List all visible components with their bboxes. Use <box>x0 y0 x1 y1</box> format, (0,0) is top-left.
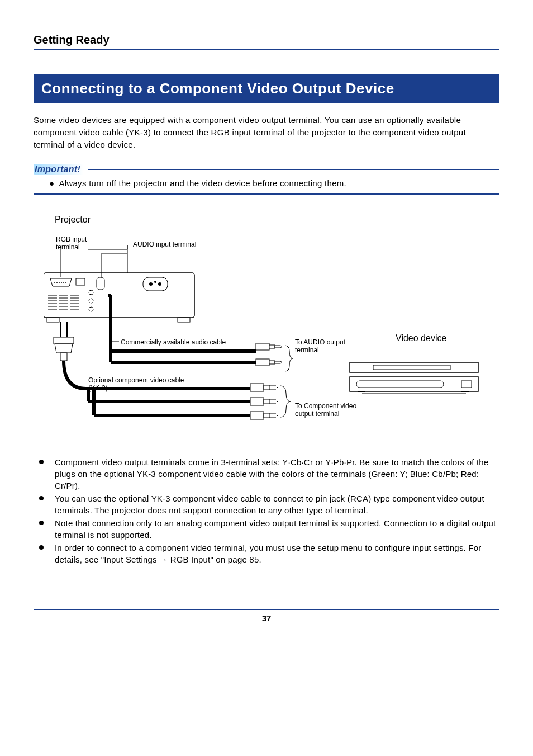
svg-rect-71 <box>461 381 472 388</box>
svg-point-24 <box>54 282 55 283</box>
svg-rect-51 <box>256 343 269 350</box>
svg-rect-5 <box>178 318 190 322</box>
bullet-list: Component video output terminals come in… <box>34 456 499 565</box>
audio-input-label: AUDIO input terminal <box>133 240 196 248</box>
important-block: Important! ● Always turn off the project… <box>34 164 499 195</box>
intro-paragraph: Some video devices are equipped with a c… <box>34 114 499 150</box>
svg-point-32 <box>89 299 93 303</box>
bullet-text: In order to connect to a component video… <box>55 542 499 565</box>
to-audio-line2: terminal <box>295 346 319 354</box>
component-plug-2 <box>250 398 278 405</box>
important-bullet-text: Always turn off the projector and the vi… <box>59 178 346 188</box>
to-audio-line1: To AUDIO output <box>295 338 346 346</box>
svg-rect-65 <box>250 412 264 419</box>
bullet-icon <box>39 545 44 550</box>
bullet-text: Note that connection only to an analog c… <box>55 517 499 541</box>
svg-point-28 <box>63 282 64 283</box>
svg-point-31 <box>89 290 93 295</box>
svg-rect-64 <box>264 399 269 404</box>
svg-point-37 <box>154 281 156 283</box>
svg-rect-30 <box>76 278 85 285</box>
list-item: Component video output terminals come in… <box>34 456 499 492</box>
svg-rect-47 <box>60 353 67 361</box>
svg-point-38 <box>158 282 161 286</box>
bullet-icon <box>39 460 44 464</box>
list-item: You can use the optional YK-3 component … <box>34 493 499 516</box>
svg-rect-55 <box>269 361 275 364</box>
page-title: Connecting to a Component Video Output D… <box>34 74 499 103</box>
audio-cable-label: Commercially available audio cable <box>121 338 226 346</box>
svg-rect-46 <box>54 337 74 344</box>
svg-point-33 <box>89 307 93 311</box>
svg-rect-62 <box>264 385 269 390</box>
audio-plug-2 <box>256 359 282 366</box>
bullet-icon: ● <box>49 178 54 188</box>
vga-plug <box>54 337 74 361</box>
svg-point-29 <box>65 282 66 283</box>
svg-rect-70 <box>356 381 444 388</box>
component-cable-line1: Optional component video cable <box>88 376 184 384</box>
svg-point-36 <box>149 282 153 286</box>
svg-rect-4 <box>47 318 59 322</box>
svg-rect-52 <box>269 345 275 348</box>
svg-rect-61 <box>250 384 264 391</box>
projector-title-text: Projector <box>55 215 91 224</box>
svg-rect-66 <box>264 413 269 418</box>
important-bullet-row: ● Always turn off the projector and the … <box>49 178 499 188</box>
component-plug-3 <box>250 412 278 419</box>
to-component-line2: output terminal <box>295 410 339 418</box>
projector-back-panel <box>44 249 194 322</box>
section-header: Getting Ready <box>34 34 499 50</box>
svg-rect-63 <box>250 398 264 405</box>
svg-point-25 <box>56 282 58 283</box>
list-item: In order to connect to a component video… <box>34 542 499 565</box>
component-plug-1 <box>250 384 278 391</box>
svg-point-26 <box>59 282 60 283</box>
important-rule <box>88 169 499 170</box>
svg-rect-68 <box>373 365 450 370</box>
page-number: 37 <box>34 609 499 623</box>
video-device-body <box>350 362 478 394</box>
connection-diagram: Projector RGB input terminal AUDIO input… <box>44 211 499 432</box>
list-item: Note that connection only to an analog c… <box>34 517 499 541</box>
component-cable-line2: (YK-3) <box>88 384 108 392</box>
bullet-icon <box>39 496 44 500</box>
to-component-line1: To Component video <box>295 402 356 410</box>
bullet-text: Component video output terminals come in… <box>55 456 499 492</box>
svg-point-27 <box>61 282 62 283</box>
rgb-input-label-line1: RGB input <box>56 235 87 243</box>
important-label: Important! <box>34 164 84 175</box>
bullet-icon <box>39 521 44 525</box>
video-device-label: Video device <box>396 333 446 343</box>
bullet-text: You can use the optional YK-3 component … <box>55 493 499 516</box>
rgb-input-label-line2: terminal <box>56 243 80 251</box>
svg-rect-34 <box>97 277 104 290</box>
svg-rect-54 <box>256 359 269 366</box>
audio-plug-1 <box>256 343 282 350</box>
svg-rect-35 <box>143 277 168 291</box>
